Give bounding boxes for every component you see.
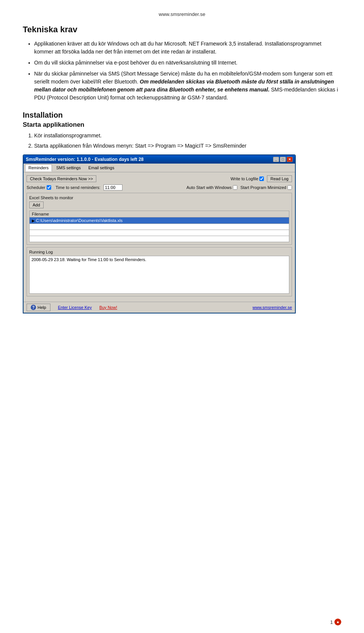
write-to-logfile-text: Write to Logfile — [231, 176, 258, 181]
footer-website-link[interactable]: www.smsreminder.se — [253, 305, 292, 310]
help-btn[interactable]: ? Help — [27, 304, 50, 311]
running-log-section: Running Log 2008-05-29 23:18: Waiting fo… — [27, 247, 292, 296]
scheduler-text: Scheduler — [27, 185, 46, 190]
app-titlebar: SmsReminder version: 1.1.0.0 - Evaluatio… — [24, 155, 295, 164]
website-url: www.smsreminder.se — [23, 11, 341, 17]
scheduler-label[interactable]: Scheduler — [27, 185, 51, 190]
log-entry: 2008-05-29 23:18: Waiting for Time 11:00… — [31, 257, 146, 262]
section1-title: Tekniska krav — [23, 25, 341, 35]
section2-subtitle: Starta applikationen — [23, 121, 341, 129]
tab-reminders[interactable]: Reminders — [25, 164, 52, 172]
write-to-logfile-label[interactable]: Write to Logfile — [231, 176, 264, 181]
add-btn[interactable]: Add — [29, 202, 44, 208]
table-row[interactable]: ▶ C:\Users\administrator\Documents\Vaktl… — [30, 217, 289, 224]
page-number-area: 1 ● — [330, 619, 341, 625]
excel-section-label: Excel Sheets to monitor — [29, 195, 289, 200]
app-title: SmsReminder version: 1.1.0.0 - Evaluatio… — [26, 157, 144, 162]
time-to-send-label: Time to send reminders: — [56, 185, 100, 190]
bullet-item-2: Om du vill skicka påminnelser via e-post… — [34, 59, 341, 67]
start-minimized-text: Start Program Minimized — [240, 185, 286, 190]
table-row-empty-3 — [30, 236, 289, 242]
step-2: Starta applikationen från Windows menyn:… — [34, 142, 341, 150]
titlebar-controls: _ □ ✕ — [273, 157, 293, 162]
app-footer: ? Help Enter License Key Buy Now! www.sm… — [24, 302, 295, 313]
start-minimized-checkbox[interactable] — [287, 185, 292, 190]
minimize-btn[interactable]: _ — [273, 157, 279, 162]
excel-section: Excel Sheets to monitor Add Filename ▶ C… — [27, 193, 292, 245]
running-log-box[interactable]: 2008-05-29 23:18: Waiting for Time 11:00… — [29, 256, 289, 294]
app-body: Check Todays Reminders Now >> Write to L… — [24, 172, 295, 302]
check-reminders-btn[interactable]: Check Todays Reminders Now >> — [27, 175, 96, 182]
table-row-empty-2 — [30, 230, 289, 236]
tab-sms-settings[interactable]: SMS settings — [53, 164, 84, 171]
page-num-circle: ● — [334, 619, 341, 625]
app-window: SmsReminder version: 1.1.0.0 - Evaluatio… — [23, 154, 296, 313]
read-log-btn[interactable]: Read Log — [267, 175, 292, 182]
scheduler-checkbox[interactable] — [47, 185, 51, 190]
app-menubar: Reminders SMS settings Email settings — [24, 164, 295, 172]
bullet-list: Applikationen kräver att du kör Windows … — [34, 40, 341, 102]
row-arrow-icon: ▶ — [32, 219, 36, 223]
auto-start-text: Auto Start with Windows — [187, 185, 232, 190]
license-link[interactable]: Enter License Key — [58, 305, 92, 310]
page-num-text: 1 — [330, 619, 333, 625]
auto-start-checkbox[interactable] — [233, 185, 237, 190]
row-scheduler: Scheduler Time to send reminders: Auto S… — [27, 184, 292, 191]
maximize-btn[interactable]: □ — [280, 157, 286, 162]
auto-start-label[interactable]: Auto Start with Windows — [187, 185, 237, 190]
excel-table: Filename ▶ C:\Users\administrator\Docume… — [29, 211, 289, 242]
bold-italic-text: Om meddelanden skickas via Bluetooth mås… — [34, 79, 334, 93]
write-to-logfile-checkbox[interactable] — [259, 176, 264, 181]
running-log-label: Running Log — [29, 250, 289, 254]
table-header-filename: Filename — [30, 211, 289, 217]
bullet-item-1: Applikationen kräver att du kör Windows … — [34, 40, 341, 56]
bullet-item-3: När du skickar påminnelser via SMS (Shor… — [34, 70, 341, 102]
tab-email-settings[interactable]: Email settings — [85, 164, 118, 171]
section2-title: Installation — [23, 111, 341, 120]
steps-list: Kör installationsprogrammet. Starta appl… — [34, 132, 341, 150]
table-cell-filename: ▶ C:\Users\administrator\Documents\Vaktl… — [30, 217, 289, 224]
time-input[interactable] — [104, 184, 122, 191]
help-btn-label: Help — [38, 305, 46, 310]
help-icon: ? — [31, 305, 36, 310]
buy-link[interactable]: Buy Now! — [99, 305, 117, 310]
table-row-empty-1 — [30, 224, 289, 230]
close-btn[interactable]: ✕ — [287, 157, 293, 162]
start-minimized-label[interactable]: Start Program Minimized — [240, 185, 292, 190]
row-check-reminders: Check Todays Reminders Now >> Write to L… — [27, 175, 292, 182]
table-cell-value: C:\Users\administrator\Documents\Vaktlis… — [36, 218, 122, 223]
step-1: Kör installationsprogrammet. — [34, 132, 341, 140]
